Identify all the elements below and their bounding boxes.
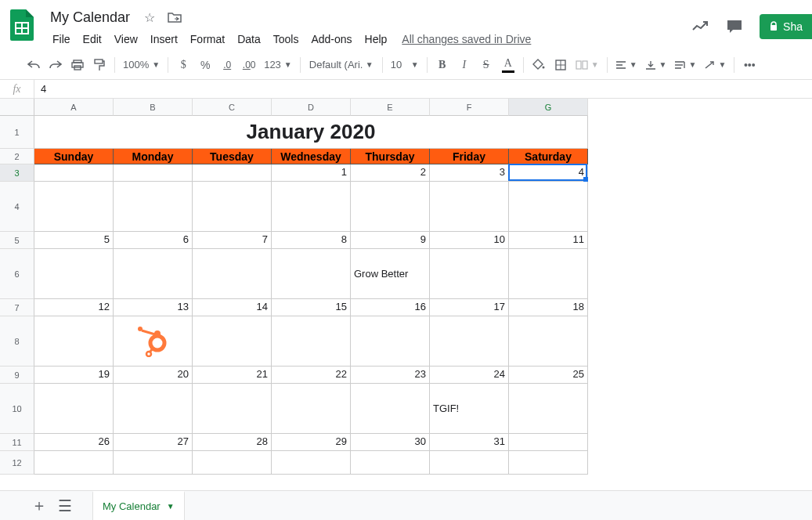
date-cell[interactable]: 27 xyxy=(114,434,193,451)
content-cell[interactable] xyxy=(34,182,114,232)
menu-insert[interactable]: Insert xyxy=(145,30,183,49)
content-cell[interactable] xyxy=(114,182,193,232)
date-cell[interactable] xyxy=(34,164,114,182)
date-cell[interactable]: 26 xyxy=(34,434,114,451)
menu-tools[interactable]: Tools xyxy=(268,30,305,49)
date-cell[interactable]: 4 xyxy=(509,164,588,182)
save-status[interactable]: All changes saved in Drive xyxy=(402,33,531,45)
row-header-7[interactable]: 7 xyxy=(0,299,34,316)
date-cell[interactable]: 25 xyxy=(509,367,588,384)
date-cell[interactable]: 24 xyxy=(430,367,509,384)
content-cell[interactable] xyxy=(430,451,509,475)
menu-addons[interactable]: Add-ons xyxy=(305,30,357,49)
date-cell[interactable]: 19 xyxy=(34,367,114,384)
sheet-tab-menu-icon[interactable]: ▼ xyxy=(167,502,175,511)
content-cell[interactable] xyxy=(193,316,272,367)
day-header-saturday[interactable]: Saturday xyxy=(509,149,588,164)
content-cell[interactable] xyxy=(34,249,114,299)
day-header-wednesday[interactable]: Wednesday xyxy=(272,149,351,164)
all-sheets-button[interactable]: ☰ xyxy=(58,497,72,515)
date-cell[interactable] xyxy=(193,164,272,182)
date-cell[interactable]: 17 xyxy=(430,299,509,316)
content-cell[interactable] xyxy=(34,316,114,367)
day-header-tuesday[interactable]: Tuesday xyxy=(193,149,272,164)
date-cell[interactable]: 14 xyxy=(193,299,272,316)
date-cell[interactable]: 8 xyxy=(272,232,351,249)
comment-icon[interactable] xyxy=(725,17,744,36)
date-cell[interactable]: 2 xyxy=(351,164,430,182)
date-cell[interactable]: 15 xyxy=(272,299,351,316)
date-cell[interactable]: 28 xyxy=(193,434,272,451)
text-color-button[interactable]: A xyxy=(498,55,518,75)
bold-button[interactable]: B xyxy=(432,55,453,75)
date-cell[interactable]: 6 xyxy=(114,232,193,249)
content-cell[interactable] xyxy=(430,249,509,299)
col-header-G[interactable]: G xyxy=(509,99,588,116)
row-header-12[interactable]: 12 xyxy=(0,451,34,475)
date-cell[interactable]: 7 xyxy=(193,232,272,249)
date-cell[interactable]: 20 xyxy=(114,367,193,384)
star-icon[interactable]: ☆ xyxy=(141,9,158,26)
content-cell[interactable] xyxy=(114,249,193,299)
date-cell[interactable]: 13 xyxy=(114,299,193,316)
content-cell[interactable] xyxy=(351,384,430,434)
font-dropdown[interactable]: Default (Ari...▼ xyxy=(305,55,377,75)
content-cell[interactable]: Grow Better xyxy=(351,249,430,299)
percent-button[interactable]: % xyxy=(195,55,215,75)
sheets-logo[interactable] xyxy=(6,9,38,41)
date-cell[interactable]: 9 xyxy=(351,232,430,249)
wrap-dropdown[interactable]: ▼ xyxy=(671,55,699,75)
valign-dropdown[interactable]: ▼ xyxy=(642,55,670,75)
content-cell[interactable] xyxy=(509,384,588,434)
date-cell[interactable]: 16 xyxy=(351,299,430,316)
currency-button[interactable]: $ xyxy=(173,55,193,75)
content-cell[interactable] xyxy=(114,384,193,434)
date-cell[interactable]: 21 xyxy=(193,367,272,384)
content-cell[interactable] xyxy=(193,182,272,232)
date-cell[interactable]: 23 xyxy=(351,367,430,384)
col-header-B[interactable]: B xyxy=(114,99,193,116)
share-button[interactable]: Sha xyxy=(760,14,812,39)
date-cell[interactable] xyxy=(114,164,193,182)
day-header-thursday[interactable]: Thursday xyxy=(351,149,430,164)
row-header-6[interactable]: 6 xyxy=(0,249,34,299)
fill-color-button[interactable] xyxy=(529,55,549,75)
date-cell[interactable]: 1 xyxy=(272,164,351,182)
content-cell[interactable] xyxy=(351,182,430,232)
select-all-corner[interactable] xyxy=(0,99,34,116)
date-cell[interactable]: 29 xyxy=(272,434,351,451)
row-header-9[interactable]: 9 xyxy=(0,367,34,384)
date-cell[interactable] xyxy=(509,434,588,451)
rotate-dropdown[interactable]: ▼ xyxy=(701,55,729,75)
date-cell[interactable]: 10 xyxy=(430,232,509,249)
content-cell[interactable] xyxy=(351,316,430,367)
spreadsheet-grid[interactable]: ABCDEFG 123456789101112 January 2020Sund… xyxy=(0,99,812,487)
fx-icon[interactable]: fx xyxy=(0,80,34,98)
calendar-title-cell[interactable]: January 2020 xyxy=(34,116,588,149)
date-cell[interactable]: 22 xyxy=(272,367,351,384)
col-header-F[interactable]: F xyxy=(430,99,509,116)
day-header-friday[interactable]: Friday xyxy=(430,149,509,164)
halign-dropdown[interactable]: ▼ xyxy=(612,55,641,75)
content-cell[interactable] xyxy=(509,451,588,475)
formula-input[interactable]: 4 xyxy=(34,83,46,95)
print-button[interactable] xyxy=(67,55,88,75)
row-header-3[interactable]: 3 xyxy=(0,164,34,182)
date-cell[interactable]: 5 xyxy=(34,232,114,249)
paint-format-button[interactable] xyxy=(89,55,110,75)
date-cell[interactable]: 18 xyxy=(509,299,588,316)
content-cell[interactable] xyxy=(509,316,588,367)
date-cell[interactable]: 30 xyxy=(351,434,430,451)
row-header-4[interactable]: 4 xyxy=(0,182,34,232)
merge-dropdown[interactable]: ▼ xyxy=(572,55,602,75)
content-cell[interactable]: TGIF! xyxy=(430,384,509,434)
col-header-E[interactable]: E xyxy=(351,99,430,116)
content-cell[interactable] xyxy=(509,249,588,299)
row-header-11[interactable]: 11 xyxy=(0,434,34,451)
menu-file[interactable]: File xyxy=(47,30,76,49)
move-folder-icon[interactable] xyxy=(166,9,183,26)
date-cell[interactable]: 31 xyxy=(430,434,509,451)
menu-help[interactable]: Help xyxy=(359,30,393,49)
zoom-dropdown[interactable]: 100%▼ xyxy=(120,55,163,75)
number-format-dropdown[interactable]: 123▼ xyxy=(261,55,295,75)
